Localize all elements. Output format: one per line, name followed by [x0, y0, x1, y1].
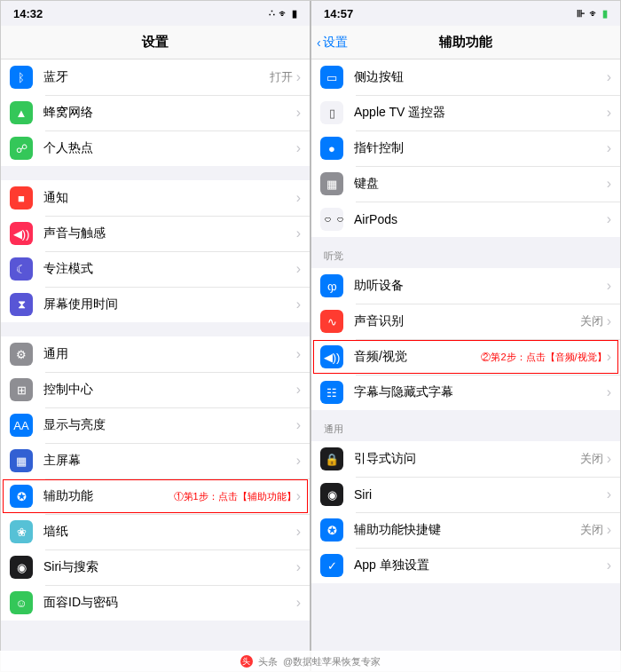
step-annotation: ②第2步：点击【音频/视觉】	[481, 351, 606, 364]
left-phone-settings: 14:32 ∴ᯤ▮ 设置 ᛒ蓝牙打开›▲蜂窝网络›☍个人热点›■通知›◀))声音…	[1, 1, 310, 671]
chevron-right-icon: ›	[296, 225, 301, 241]
group-header: 通用	[311, 410, 620, 441]
display-icon: AA	[10, 414, 33, 437]
row-label: 音频/视觉	[354, 349, 477, 365]
settings-list[interactable]: ᛒ蓝牙打开›▲蜂窝网络›☍个人热点›■通知›◀))声音与触感›☾专注模式›⧗屏幕…	[1, 59, 310, 671]
chevron-right-icon: ›	[296, 346, 301, 362]
chevron-right-icon: ›	[607, 557, 611, 573]
settings-row-sound[interactable]: ◀))声音与触感›	[1, 216, 310, 251]
cellular-icon: ▲	[10, 101, 33, 124]
row-label: 侧边按钮	[354, 69, 607, 85]
notify-icon: ■	[10, 186, 33, 210]
row-label: 辅助功能	[43, 488, 170, 504]
chevron-right-icon: ›	[607, 278, 611, 294]
row-label: 声音识别	[354, 313, 580, 329]
settings-row-siri2[interactable]: ◉Siri›	[311, 477, 620, 512]
row-label: 辅助功能快捷键	[354, 522, 580, 538]
settings-row-access[interactable]: ✪辅助功能①第1步：点击【辅助功能】›	[1, 478, 310, 514]
row-label: 屏幕使用时间	[43, 296, 296, 312]
status-bar: 14:57 ⊪ᯤ▮	[311, 1, 620, 26]
settings-row-pointer[interactable]: ●指针控制›	[311, 130, 620, 166]
general-icon: ⚙	[10, 343, 33, 366]
settings-group: 🔒引导式访问关闭›◉Siri›✪辅助功能快捷键关闭›✓App 单独设置›	[311, 441, 620, 583]
settings-row-perapp[interactable]: ✓App 单独设置›	[311, 548, 620, 583]
settings-row-appletv[interactable]: ▯Apple TV 遥控器›	[311, 95, 620, 130]
settings-row-focus[interactable]: ☾专注模式›	[1, 251, 310, 287]
chevron-right-icon: ›	[296, 453, 301, 469]
chevron-right-icon: ›	[607, 140, 611, 156]
chevron-right-icon: ›	[296, 559, 301, 575]
battery-icon: ▮	[292, 8, 297, 20]
settings-row-av[interactable]: ◀))音频/视觉②第2步：点击【音频/视觉】›	[311, 339, 620, 375]
accessibility-list[interactable]: ▭侧边按钮›▯Apple TV 遥控器›●指针控制›▦键盘›ဝဝAirPods›…	[311, 59, 620, 671]
chevron-right-icon: ›	[607, 451, 611, 467]
siri-icon: ◉	[10, 556, 33, 579]
signal-icon: ∴	[269, 8, 275, 20]
settings-row-sidebtn[interactable]: ▭侧边按钮›	[311, 59, 620, 95]
settings-row-airpods[interactable]: ဝဝAirPods›	[311, 202, 620, 237]
row-label: 个人热点	[43, 140, 296, 156]
settings-row-faceid[interactable]: ☺面容ID与密码›	[1, 585, 310, 621]
settings-row-shortcut[interactable]: ✪辅助功能快捷键关闭›	[311, 512, 620, 548]
settings-group: ▭侧边按钮›▯Apple TV 遥控器›●指针控制›▦键盘›ဝဝAirPods›	[311, 59, 620, 237]
settings-row-general[interactable]: ⚙通用›	[1, 336, 310, 372]
row-label: 显示与亮度	[43, 417, 296, 433]
focus-icon: ☾	[10, 257, 33, 281]
row-label: 助听设备	[354, 278, 607, 294]
settings-row-hearing[interactable]: ჶ助听设备›	[311, 268, 620, 304]
settings-row-notify[interactable]: ■通知›	[1, 180, 310, 216]
settings-group: ⚙通用›⊞控制中心›AA显示与亮度›▦主屏幕›✪辅助功能①第1步：点击【辅助功能…	[1, 336, 310, 621]
settings-row-siri[interactable]: ◉Siri与搜索›	[1, 549, 310, 585]
settings-group: ᛒ蓝牙打开›▲蜂窝网络›☍个人热点›	[1, 59, 310, 166]
row-value: 关闭	[580, 522, 603, 538]
settings-row-cellular[interactable]: ▲蜂窝网络›	[1, 95, 310, 130]
row-label: 蜂窝网络	[43, 105, 296, 121]
chevron-right-icon: ›	[607, 176, 611, 192]
chevron-right-icon: ›	[296, 69, 301, 85]
settings-row-display[interactable]: AA显示与亮度›	[1, 407, 310, 443]
settings-group: ჶ助听设备›∿声音识别关闭›◀))音频/视觉②第2步：点击【音频/视觉】›☷字幕…	[311, 268, 620, 410]
settings-row-guided[interactable]: 🔒引导式访问关闭›	[311, 441, 620, 477]
row-label: 墙纸	[43, 524, 296, 540]
battery-charging-icon: ▮	[602, 8, 608, 20]
row-label: 控制中心	[43, 382, 296, 398]
row-label: Siri与搜索	[43, 559, 296, 575]
row-value: 关闭	[580, 451, 603, 467]
subtitle-icon: ☷	[320, 381, 343, 404]
chevron-right-icon: ›	[296, 140, 301, 156]
row-label: 通知	[43, 190, 296, 206]
row-value: 关闭	[580, 313, 603, 329]
settings-row-hotspot[interactable]: ☍个人热点›	[1, 130, 310, 166]
settings-group: ■通知›◀))声音与触感›☾专注模式›⧗屏幕使用时间›	[1, 180, 310, 322]
settings-row-bluetooth[interactable]: ᛒ蓝牙打开›	[1, 59, 310, 95]
row-label: 面容ID与密码	[43, 595, 296, 611]
settings-row-soundrec[interactable]: ∿声音识别关闭›	[311, 304, 620, 339]
page-title: 设置	[142, 34, 169, 51]
row-label: Siri	[354, 487, 607, 502]
chevron-right-icon: ›	[607, 313, 611, 329]
watermark-footer: 头 头条 @数据蛙苹果恢复专家	[0, 651, 621, 672]
row-label: 声音与触感	[43, 225, 296, 241]
chevron-right-icon: ›	[296, 524, 301, 540]
wifi-icon: ᯤ	[279, 8, 288, 19]
guided-icon: 🔒	[320, 447, 343, 470]
chevron-right-icon: ›	[607, 384, 611, 400]
appletv-icon: ▯	[320, 101, 343, 124]
settings-row-home[interactable]: ▦主屏幕›	[1, 443, 310, 478]
settings-row-subtitle[interactable]: ☷字幕与隐藏式字幕›	[311, 375, 620, 410]
settings-row-control[interactable]: ⊞控制中心›	[1, 372, 310, 407]
status-icons: ⊪ᯤ▮	[577, 8, 608, 20]
wallpaper-icon: ❀	[10, 520, 33, 543]
settings-row-wallpaper[interactable]: ❀墙纸›	[1, 514, 310, 549]
chevron-right-icon: ›	[296, 261, 301, 277]
right-phone-accessibility: 14:57 ⊪ᯤ▮ ‹ 设置 辅助功能 ▭侧边按钮›▯Apple TV 遥控器›…	[310, 1, 620, 671]
settings-row-keyboard[interactable]: ▦键盘›	[311, 166, 620, 202]
settings-row-screentime[interactable]: ⧗屏幕使用时间›	[1, 287, 310, 322]
toutiao-logo-icon: 头	[240, 655, 253, 668]
status-time: 14:32	[13, 7, 43, 20]
row-label: 主屏幕	[43, 453, 296, 469]
row-label: 专注模式	[43, 261, 296, 277]
row-label: 引导式访问	[354, 451, 580, 467]
row-label: 指针控制	[354, 140, 607, 156]
back-button[interactable]: ‹ 设置	[317, 35, 348, 51]
